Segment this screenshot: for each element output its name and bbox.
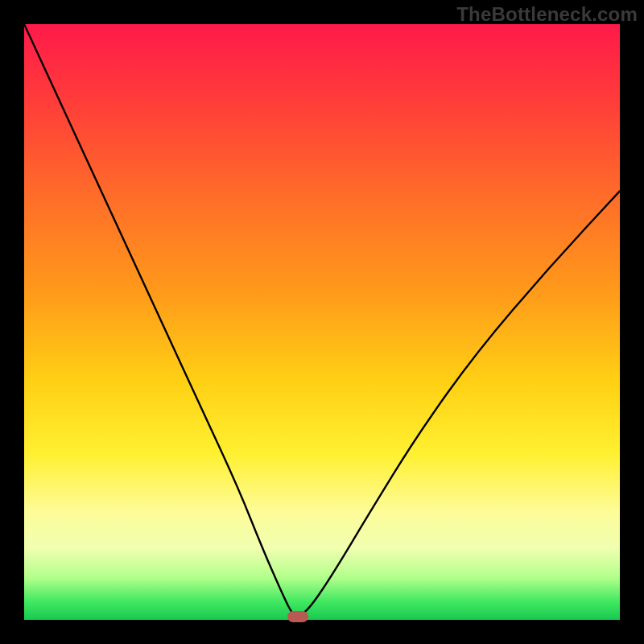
- line-curve: [24, 24, 620, 620]
- optimum-marker: [287, 611, 308, 622]
- chart-frame: TheBottleneck.com: [0, 0, 644, 644]
- chart-plot-area: [24, 24, 620, 620]
- watermark-text: TheBottleneck.com: [456, 3, 638, 26]
- bottleneck-curve-path: [24, 24, 620, 616]
